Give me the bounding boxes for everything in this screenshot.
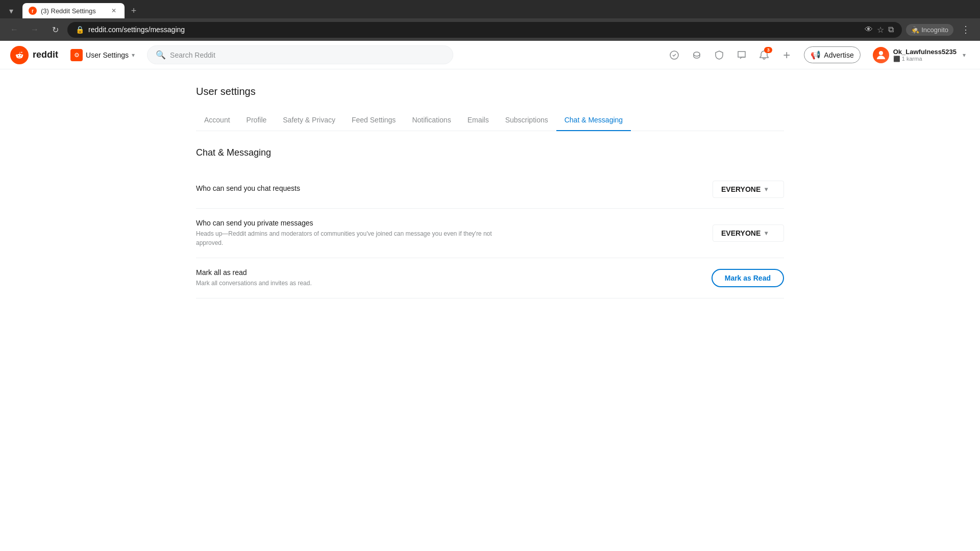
address-bar-icons: 👁 ☆ ⧉ (865, 25, 894, 35)
popular-icon-button[interactable] (665, 46, 683, 64)
user-profile-button[interactable]: Ok_Lawfulness5235 ⬛ 1 karma ▾ (869, 45, 970, 65)
mark-all-read-row: Mark all as read Mark all conversations … (196, 258, 784, 298)
browser-chrome: ▾ r (3) Reddit Settings ✕ + ← → ↻ 🔒 redd… (0, 0, 980, 41)
extensions-icon[interactable]: ⧉ (888, 25, 894, 34)
chat-icon-button[interactable] (732, 46, 751, 64)
advertise-label: Advertise (824, 51, 853, 59)
add-post-button[interactable]: + (777, 46, 796, 64)
user-settings-icon: ⚙ (70, 49, 83, 61)
tab-subscriptions[interactable]: Subscriptions (497, 110, 556, 131)
chat-requests-control: EVERYONE (713, 181, 784, 198)
private-messages-control: EVERYONE (713, 224, 784, 242)
user-settings-label: User Settings (86, 51, 129, 59)
private-messages-label: Who can send you private messages (196, 219, 700, 227)
incognito-badge: 🕵 Incognito (906, 24, 953, 36)
karma-dot: ⬛ (893, 56, 902, 62)
karma-value: 1 karma (902, 56, 922, 62)
active-tab[interactable]: r (3) Reddit Settings ✕ (22, 3, 125, 18)
tab-notifications[interactable]: Notifications (404, 110, 459, 131)
tab-profile[interactable]: Profile (238, 110, 275, 131)
search-bar[interactable]: 🔍 Search Reddit (147, 45, 453, 64)
mark-all-read-content: Mark all as read Mark all conversations … (196, 268, 699, 288)
tab-favicon: r (29, 7, 37, 15)
lock-icon: 🔒 (76, 26, 84, 34)
private-messages-content: Who can send you private messages Heads … (196, 219, 700, 247)
new-tab-button[interactable]: + (127, 4, 141, 18)
user-settings-dropdown[interactable]: ⚙ User Settings ▾ (66, 47, 139, 63)
user-avatar (873, 47, 889, 63)
chat-requests-label: Who can send you chat requests (196, 184, 700, 192)
chat-requests-chevron (765, 186, 768, 193)
chat-requests-dropdown[interactable]: EVERYONE (713, 181, 784, 198)
tab-controls: ▾ (4, 4, 18, 18)
tab-safety-privacy[interactable]: Safety & Privacy (275, 110, 344, 131)
coins-icon-button[interactable] (688, 46, 706, 64)
search-icon: 🔍 (156, 50, 166, 60)
notifications-button[interactable]: 3 (755, 46, 773, 64)
section-title: Chat & Messaging (196, 147, 784, 158)
address-bar-row: ← → ↻ 🔒 reddit.com/settings/messaging 👁 … (0, 18, 980, 41)
notification-count: 3 (764, 47, 772, 53)
tab-account[interactable]: Account (196, 110, 238, 131)
search-placeholder: Search Reddit (170, 51, 215, 59)
private-messages-row: Who can send you private messages Heads … (196, 209, 784, 258)
chat-requests-value: EVERYONE (721, 185, 761, 193)
page-content: User settings Account Profile Safety & P… (184, 69, 796, 315)
user-info: Ok_Lawfulness5235 ⬛ 1 karma (893, 48, 957, 62)
username: Ok_Lawfulness5235 (893, 48, 957, 56)
svg-point-2 (879, 51, 883, 55)
tab-chat-messaging[interactable]: Chat & Messaging (556, 110, 631, 131)
reddit-wordmark: reddit (33, 49, 58, 60)
back-button[interactable]: ← (6, 21, 22, 38)
chat-requests-content: Who can send you chat requests (196, 184, 700, 194)
chat-requests-row: Who can send you chat requests EVERYONE (196, 170, 784, 209)
incognito-label: Incognito (921, 26, 948, 34)
reddit-logo[interactable]: reddit (10, 46, 58, 64)
user-settings-chevron: ▾ (132, 52, 135, 59)
header-icons: 3 + (665, 46, 796, 64)
private-messages-dropdown[interactable]: EVERYONE (713, 224, 784, 242)
refresh-button[interactable]: ↻ (47, 21, 63, 38)
private-messages-desc: Heads up—Reddit admins and moderators of… (196, 229, 502, 247)
tab-emails[interactable]: Emails (459, 110, 497, 131)
avatar-image (873, 47, 889, 63)
tab-list-button[interactable]: ▾ (4, 4, 18, 18)
tab-feed-settings[interactable]: Feed Settings (344, 110, 404, 131)
eye-off-icon[interactable]: 👁 (865, 25, 873, 34)
browser-menu-button[interactable]: ⋮ (958, 21, 974, 38)
incognito-icon: 🕵 (911, 26, 919, 34)
url-text: reddit.com/settings/messaging (88, 26, 856, 34)
address-bar[interactable]: 🔒 reddit.com/settings/messaging 👁 ☆ ⧉ (67, 22, 902, 38)
megaphone-icon: 📢 (811, 50, 821, 60)
forward-button[interactable]: → (27, 21, 43, 38)
page-title: User settings (196, 86, 784, 97)
mark-all-read-control: Mark as Read (712, 269, 784, 287)
private-messages-value: EVERYONE (721, 229, 761, 237)
private-messages-chevron (765, 230, 768, 237)
reddit-header: reddit ⚙ User Settings ▾ 🔍 Search Reddit… (0, 41, 980, 69)
settings-tabs: Account Profile Safety & Privacy Feed Se… (196, 110, 784, 131)
profile-chevron: ▾ (963, 52, 966, 59)
user-karma: ⬛ 1 karma (893, 56, 957, 62)
tab-title: (3) Reddit Settings (41, 7, 105, 15)
tab-bar: ▾ r (3) Reddit Settings ✕ + (0, 0, 980, 18)
advertise-button[interactable]: 📢 Advertise (804, 46, 860, 63)
mark-all-read-label: Mark all as read (196, 268, 699, 277)
shield-icon-button[interactable] (710, 46, 728, 64)
tab-close-button[interactable]: ✕ (109, 6, 118, 15)
mark-as-read-button[interactable]: Mark as Read (712, 269, 784, 287)
mark-all-read-desc: Mark all conversations and invites as re… (196, 279, 502, 288)
star-icon[interactable]: ☆ (877, 25, 884, 35)
reddit-logo-icon (10, 46, 29, 64)
